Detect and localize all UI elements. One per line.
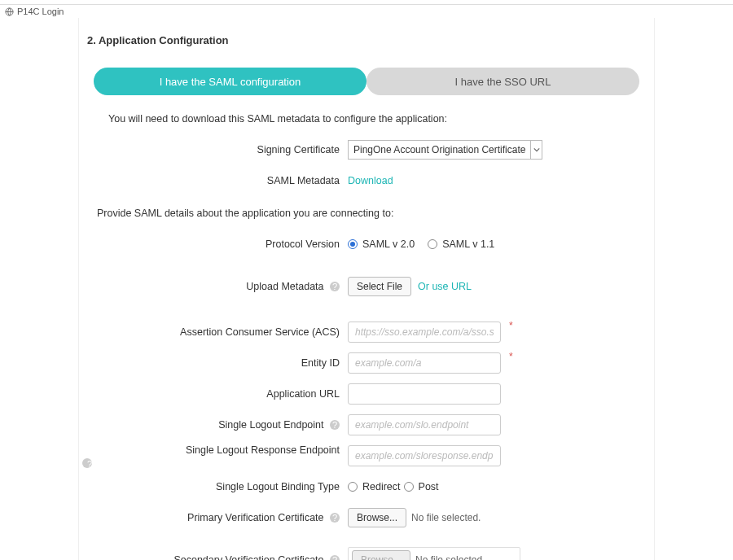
label-upload-metadata: Upload Metadata: [246, 281, 323, 292]
label-slo-binding-type: Single Logout Binding Type: [79, 480, 348, 493]
label-application-url: Application URL: [79, 387, 348, 400]
help-icon[interactable]: ?: [82, 458, 92, 468]
entity-id-input[interactable]: [348, 352, 501, 374]
required-icon: *: [509, 320, 513, 331]
secondary-cert-browse-button: Browse...: [352, 550, 410, 560]
label-slo-endpoint: Single Logout Endpoint: [218, 419, 323, 431]
radio-label-saml11: SAML v 1.1: [442, 238, 494, 250]
download-metadata-link[interactable]: Download: [348, 175, 393, 186]
or-use-url-link[interactable]: Or use URL: [418, 281, 472, 292]
radio-label-post: Post: [419, 481, 439, 492]
radio-dot-icon: [348, 239, 358, 249]
config-mode-tabs: I have the SAML configuration I have the…: [94, 68, 639, 95]
radio-dot-icon: [348, 482, 358, 492]
intro-download-text: You will need to download this SAML meta…: [108, 113, 654, 125]
intro-provide-text: Provide SAML details about the applicati…: [97, 208, 654, 219]
help-icon[interactable]: ?: [330, 555, 340, 560]
label-protocol-version: Protocol Version: [79, 238, 348, 251]
acs-input[interactable]: [348, 322, 501, 343]
label-secondary-cert: Secondary Verification Certificate: [173, 554, 323, 560]
label-entity-id: Entity ID: [79, 357, 348, 370]
radio-label-saml20: SAML v 2.0: [362, 238, 415, 250]
radio-label-redirect: Redirect: [362, 481, 401, 492]
section-title: 2. Application Configuration: [79, 34, 654, 46]
radio-dot-icon: [428, 239, 437, 249]
secondary-cert-file-status: No file selected.: [415, 554, 485, 560]
tab-saml-config[interactable]: I have the SAML configuration: [94, 68, 366, 95]
slo-response-endpoint-input[interactable]: [348, 445, 501, 466]
label-signing-certificate: Signing Certificate: [79, 143, 348, 156]
radio-saml-v2[interactable]: SAML v 2.0: [348, 238, 415, 250]
radio-binding-redirect[interactable]: Redirect: [348, 481, 401, 492]
signing-certificate-value: PingOne Account Origination Certificate: [349, 144, 530, 155]
browser-tab[interactable]: P14C Login: [0, 5, 733, 18]
signing-certificate-select[interactable]: PingOne Account Origination Certificate: [348, 140, 542, 160]
help-icon[interactable]: ?: [330, 513, 340, 523]
select-file-button[interactable]: Select File: [348, 277, 411, 296]
label-acs: Assertion Consumer Service (ACS): [79, 326, 348, 339]
globe-icon: [5, 7, 14, 16]
required-icon: *: [509, 351, 513, 362]
label-slo-response-endpoint: Single Logout Response Endpoint: [186, 444, 340, 456]
radio-dot-icon: [404, 482, 414, 492]
browser-tab-title: P14C Login: [17, 7, 64, 16]
primary-cert-browse-button[interactable]: Browse...: [348, 508, 406, 527]
tab-sso-url[interactable]: I have the SSO URL: [366, 68, 639, 95]
chevron-down-icon: [530, 141, 542, 159]
radio-binding-post[interactable]: Post: [404, 481, 439, 492]
slo-endpoint-input[interactable]: [348, 414, 501, 435]
primary-cert-file-status: No file selected.: [411, 512, 481, 523]
application-url-input[interactable]: [348, 383, 501, 405]
label-saml-metadata: SAML Metadata: [79, 174, 348, 187]
help-icon[interactable]: ?: [330, 420, 340, 430]
help-icon[interactable]: ?: [330, 282, 340, 291]
label-primary-cert: Primary Verification Certificate: [187, 512, 323, 523]
radio-saml-v11[interactable]: SAML v 1.1: [428, 238, 494, 250]
